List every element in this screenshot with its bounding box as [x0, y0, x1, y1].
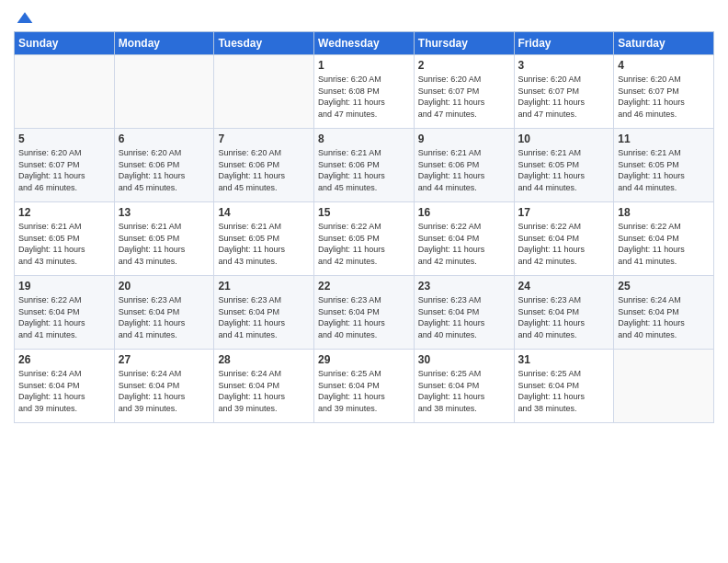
day-info: Sunrise: 6:20 AM Sunset: 6:06 PM Dayligh…	[218, 147, 310, 193]
day-number: 21	[218, 280, 310, 293]
day-info: Sunrise: 6:24 AM Sunset: 6:04 PM Dayligh…	[119, 368, 210, 414]
calendar-cell: 7Sunrise: 6:20 AM Sunset: 6:06 PM Daylig…	[214, 129, 314, 202]
calendar-cell	[614, 350, 714, 423]
day-number: 17	[518, 206, 610, 219]
calendar-header-row: SundayMondayTuesdayWednesdayThursdayFrid…	[15, 32, 714, 55]
calendar-cell: 20Sunrise: 6:23 AM Sunset: 6:04 PM Dayli…	[114, 276, 214, 350]
calendar-cell: 1Sunrise: 6:20 AM Sunset: 6:08 PM Daylig…	[314, 55, 415, 129]
calendar-table: SundayMondayTuesdayWednesdayThursdayFrid…	[14, 31, 714, 423]
day-info: Sunrise: 6:20 AM Sunset: 6:07 PM Dayligh…	[518, 74, 610, 120]
day-number: 18	[618, 206, 710, 219]
day-number: 28	[218, 353, 310, 366]
day-info: Sunrise: 6:21 AM Sunset: 6:06 PM Dayligh…	[418, 147, 510, 193]
calendar-cell: 25Sunrise: 6:24 AM Sunset: 6:04 PM Dayli…	[614, 276, 714, 350]
calendar-cell	[214, 55, 314, 129]
logo	[14, 9, 34, 24]
day-info: Sunrise: 6:22 AM Sunset: 6:04 PM Dayligh…	[18, 294, 110, 340]
calendar-cell: 27Sunrise: 6:24 AM Sunset: 6:04 PM Dayli…	[114, 350, 214, 423]
calendar-cell: 23Sunrise: 6:23 AM Sunset: 6:04 PM Dayli…	[414, 276, 514, 350]
col-header-monday: Monday	[114, 32, 214, 55]
day-number: 5	[18, 132, 110, 145]
day-number: 10	[518, 132, 610, 145]
day-number: 31	[518, 353, 610, 366]
col-header-sunday: Sunday	[15, 32, 115, 55]
calendar-cell	[15, 55, 115, 129]
day-number: 8	[318, 132, 410, 145]
day-number: 30	[418, 353, 510, 366]
calendar-week-2: 12Sunrise: 6:21 AM Sunset: 6:05 PM Dayli…	[15, 202, 714, 276]
calendar-cell: 28Sunrise: 6:24 AM Sunset: 6:04 PM Dayli…	[214, 350, 314, 423]
col-header-saturday: Saturday	[614, 32, 714, 55]
calendar-cell	[114, 55, 214, 129]
day-info: Sunrise: 6:23 AM Sunset: 6:04 PM Dayligh…	[119, 294, 210, 340]
calendar-cell: 17Sunrise: 6:22 AM Sunset: 6:04 PM Dayli…	[514, 202, 614, 276]
calendar-cell: 18Sunrise: 6:22 AM Sunset: 6:04 PM Dayli…	[614, 202, 714, 276]
calendar-cell: 4Sunrise: 6:20 AM Sunset: 6:07 PM Daylig…	[614, 55, 714, 129]
calendar-cell: 5Sunrise: 6:20 AM Sunset: 6:07 PM Daylig…	[15, 129, 115, 202]
day-number: 4	[618, 59, 710, 72]
day-info: Sunrise: 6:20 AM Sunset: 6:06 PM Dayligh…	[119, 147, 210, 193]
day-info: Sunrise: 6:21 AM Sunset: 6:05 PM Dayligh…	[119, 221, 210, 267]
calendar-week-1: 5Sunrise: 6:20 AM Sunset: 6:07 PM Daylig…	[15, 129, 714, 202]
day-info: Sunrise: 6:25 AM Sunset: 6:04 PM Dayligh…	[518, 368, 610, 414]
col-header-thursday: Thursday	[414, 32, 514, 55]
day-number: 9	[418, 132, 510, 145]
calendar-cell: 2Sunrise: 6:20 AM Sunset: 6:07 PM Daylig…	[414, 55, 514, 129]
calendar-cell: 22Sunrise: 6:23 AM Sunset: 6:04 PM Dayli…	[314, 276, 415, 350]
calendar-week-0: 1Sunrise: 6:20 AM Sunset: 6:08 PM Daylig…	[15, 55, 714, 129]
day-number: 3	[518, 59, 610, 72]
day-info: Sunrise: 6:24 AM Sunset: 6:04 PM Dayligh…	[618, 294, 710, 340]
calendar-week-4: 26Sunrise: 6:24 AM Sunset: 6:04 PM Dayli…	[15, 350, 714, 423]
day-info: Sunrise: 6:23 AM Sunset: 6:04 PM Dayligh…	[318, 294, 410, 340]
day-info: Sunrise: 6:20 AM Sunset: 6:07 PM Dayligh…	[618, 74, 710, 120]
day-number: 7	[218, 132, 310, 145]
day-info: Sunrise: 6:21 AM Sunset: 6:05 PM Dayligh…	[18, 221, 110, 267]
day-info: Sunrise: 6:23 AM Sunset: 6:04 PM Dayligh…	[418, 294, 510, 340]
day-number: 27	[119, 353, 210, 366]
day-info: Sunrise: 6:21 AM Sunset: 6:05 PM Dayligh…	[218, 221, 310, 267]
day-number: 11	[618, 132, 710, 145]
day-number: 29	[318, 353, 410, 366]
calendar-cell: 6Sunrise: 6:20 AM Sunset: 6:06 PM Daylig…	[114, 129, 214, 202]
day-number: 2	[418, 59, 510, 72]
day-info: Sunrise: 6:25 AM Sunset: 6:04 PM Dayligh…	[418, 368, 510, 414]
day-info: Sunrise: 6:22 AM Sunset: 6:04 PM Dayligh…	[518, 221, 610, 267]
calendar-cell: 12Sunrise: 6:21 AM Sunset: 6:05 PM Dayli…	[15, 202, 115, 276]
day-number: 20	[119, 280, 210, 293]
day-info: Sunrise: 6:23 AM Sunset: 6:04 PM Dayligh…	[218, 294, 310, 340]
day-number: 13	[119, 206, 210, 219]
calendar-cell: 14Sunrise: 6:21 AM Sunset: 6:05 PM Dayli…	[214, 202, 314, 276]
calendar-cell: 10Sunrise: 6:21 AM Sunset: 6:05 PM Dayli…	[514, 129, 614, 202]
day-number: 14	[218, 206, 310, 219]
calendar-cell: 3Sunrise: 6:20 AM Sunset: 6:07 PM Daylig…	[514, 55, 614, 129]
col-header-tuesday: Tuesday	[214, 32, 314, 55]
day-number: 16	[418, 206, 510, 219]
calendar-cell: 8Sunrise: 6:21 AM Sunset: 6:06 PM Daylig…	[314, 129, 415, 202]
calendar-cell: 21Sunrise: 6:23 AM Sunset: 6:04 PM Dayli…	[214, 276, 314, 350]
day-number: 23	[418, 280, 510, 293]
calendar-cell: 16Sunrise: 6:22 AM Sunset: 6:04 PM Dayli…	[414, 202, 514, 276]
day-info: Sunrise: 6:22 AM Sunset: 6:04 PM Dayligh…	[418, 221, 510, 267]
calendar-cell: 31Sunrise: 6:25 AM Sunset: 6:04 PM Dayli…	[514, 350, 614, 423]
day-number: 1	[318, 59, 410, 72]
day-number: 19	[18, 280, 110, 293]
header	[14, 9, 714, 24]
day-info: Sunrise: 6:21 AM Sunset: 6:05 PM Dayligh…	[618, 147, 710, 193]
calendar-cell: 26Sunrise: 6:24 AM Sunset: 6:04 PM Dayli…	[15, 350, 115, 423]
day-number: 25	[618, 280, 710, 293]
calendar-cell: 9Sunrise: 6:21 AM Sunset: 6:06 PM Daylig…	[414, 129, 514, 202]
svg-marker-0	[17, 12, 33, 23]
calendar-cell: 19Sunrise: 6:22 AM Sunset: 6:04 PM Dayli…	[15, 276, 115, 350]
day-info: Sunrise: 6:24 AM Sunset: 6:04 PM Dayligh…	[18, 368, 110, 414]
logo-icon	[16, 9, 34, 28]
day-info: Sunrise: 6:22 AM Sunset: 6:05 PM Dayligh…	[318, 221, 410, 267]
calendar-cell: 13Sunrise: 6:21 AM Sunset: 6:05 PM Dayli…	[114, 202, 214, 276]
day-info: Sunrise: 6:22 AM Sunset: 6:04 PM Dayligh…	[618, 221, 710, 267]
calendar-cell: 15Sunrise: 6:22 AM Sunset: 6:05 PM Dayli…	[314, 202, 415, 276]
calendar-cell: 11Sunrise: 6:21 AM Sunset: 6:05 PM Dayli…	[614, 129, 714, 202]
day-number: 15	[318, 206, 410, 219]
day-number: 12	[18, 206, 110, 219]
day-info: Sunrise: 6:24 AM Sunset: 6:04 PM Dayligh…	[218, 368, 310, 414]
day-info: Sunrise: 6:20 AM Sunset: 6:07 PM Dayligh…	[18, 147, 110, 193]
day-number: 24	[518, 280, 610, 293]
